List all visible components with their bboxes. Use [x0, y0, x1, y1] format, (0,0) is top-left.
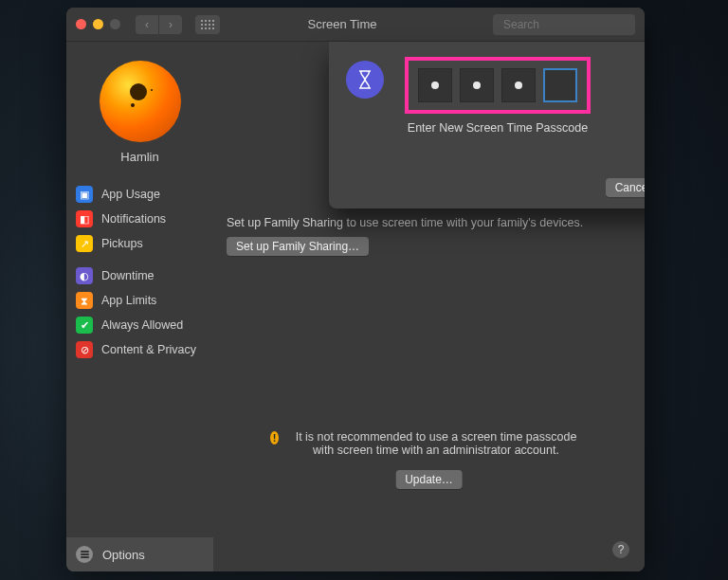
sidebar-item-label: App Usage	[101, 188, 160, 201]
sidebar-item[interactable]: ◧Notifications	[72, 208, 208, 230]
passcode-digit[interactable]	[501, 68, 536, 102]
window-title: Screen Time	[199, 17, 485, 31]
preferences-window: ‹ › Screen Time Hamlin ▣App Usage◧Notifi…	[66, 8, 645, 571]
options-icon	[76, 546, 93, 563]
content-pane: Turn Off… iCloud to report your nange Pa…	[213, 42, 645, 571]
update-button[interactable]: Update…	[395, 470, 463, 489]
passcode-digit[interactable]	[543, 68, 577, 102]
sidebar: Hamlin ▣App Usage◧Notifications↗Pickups …	[66, 42, 213, 571]
toolbar: ‹ › Screen Time	[66, 8, 645, 42]
sidebar-item-label: Notifications	[101, 212, 166, 226]
close-window-icon[interactable]	[76, 19, 86, 29]
back-button[interactable]: ‹	[136, 15, 158, 34]
hourglass-icon	[346, 61, 384, 99]
sidebar-item-icon: ◐	[76, 267, 93, 284]
sidebar-item[interactable]: ↗Pickups	[72, 232, 208, 255]
sidebar-item-label: Downtime	[101, 269, 155, 282]
nav-buttons: ‹ ›	[136, 15, 182, 34]
sidebar-item[interactable]: ⧗App Limits	[72, 289, 208, 312]
sidebar-item-icon: ⊘	[76, 341, 93, 358]
user-block: Hamlin	[66, 61, 213, 164]
passcode-row-highlight	[405, 57, 591, 114]
family-sharing-text: Set up Family Sharing to use screen time…	[227, 216, 628, 229]
sidebar-item[interactable]: ▣App Usage	[72, 183, 208, 206]
sidebar-item-label: Options	[102, 548, 145, 562]
warning-text: It is not recommended to use a screen ti…	[284, 430, 588, 457]
sidebar-item[interactable]: ⊘Content & Privacy	[72, 338, 208, 361]
setup-family-sharing-button[interactable]: Set up Family Sharing…	[227, 237, 369, 256]
search-field[interactable]	[493, 14, 635, 35]
sidebar-item-label: Always Allowed	[101, 318, 183, 332]
user-name: Hamlin	[120, 150, 158, 164]
zoom-window-icon	[110, 19, 120, 29]
warning-icon: !	[270, 431, 279, 444]
warning-block: ! It is not recommended to use a screen …	[270, 430, 588, 457]
window-traffic-lights	[76, 19, 120, 29]
search-input[interactable]	[503, 18, 645, 31]
minimize-window-icon[interactable]	[93, 19, 103, 29]
forward-button[interactable]: ›	[159, 15, 182, 34]
sidebar-item[interactable]: ◐Downtime	[72, 264, 208, 287]
passcode-sheet: Enter New Screen Time Passcode Cancel	[329, 42, 645, 208]
sidebar-item[interactable]: ✔Always Allowed	[72, 314, 208, 336]
sidebar-item-options[interactable]: Options	[66, 537, 213, 571]
window-body: Hamlin ▣App Usage◧Notifications↗Pickups …	[66, 42, 645, 571]
sidebar-item-label: App Limits	[101, 294, 156, 307]
sidebar-item-label: Pickups	[101, 237, 143, 250]
passcode-prompt: Enter New Screen Time Passcode	[408, 121, 588, 135]
sidebar-item-icon: ▣	[76, 186, 93, 203]
family-sharing-block: Set up Family Sharing to use screen time…	[227, 216, 628, 256]
passcode-digit[interactable]	[460, 68, 494, 102]
cancel-button[interactable]: Cancel	[606, 178, 645, 197]
sidebar-item-label: Content & Privacy	[101, 343, 196, 356]
sidebar-item-icon: ✔	[76, 317, 93, 334]
sidebar-item-icon: ↗	[76, 235, 93, 252]
avatar	[100, 61, 181, 142]
passcode-entry: Enter New Screen Time Passcode	[405, 57, 591, 135]
passcode-digit[interactable]	[418, 68, 452, 102]
sidebar-item-icon: ⧗	[76, 292, 93, 309]
sidebar-item-icon: ◧	[76, 210, 93, 227]
help-button[interactable]: ?	[612, 541, 629, 558]
